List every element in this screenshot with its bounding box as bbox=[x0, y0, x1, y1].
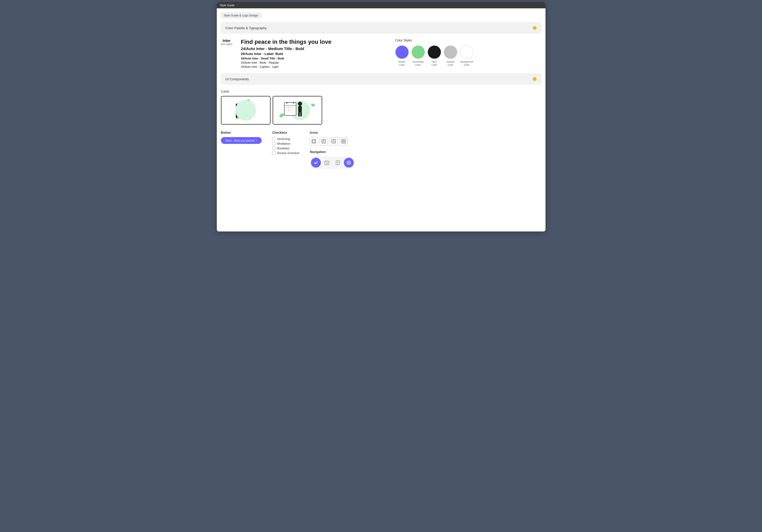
navigation-bar: 31 bbox=[310, 157, 355, 169]
nav-item-check[interactable] bbox=[311, 158, 321, 167]
color-styles-section: Color Styles ButtonColor SecondaryColor bbox=[395, 38, 541, 68]
svg-point-40 bbox=[343, 141, 344, 142]
ui-title: UI Components bbox=[225, 77, 249, 81]
svg-point-17 bbox=[286, 102, 287, 103]
svg-rect-29 bbox=[313, 140, 315, 142]
nav-item-calendar[interactable]: 31 bbox=[322, 158, 332, 167]
icon-2-svg bbox=[322, 139, 326, 143]
main-window: Style Guide Style Guide & Logo Design Co… bbox=[217, 2, 546, 232]
tab-bar: Style Guide & Logo Design bbox=[221, 13, 541, 18]
button-label: Button bbox=[221, 131, 262, 135]
button-group: Button Next - How you journal › bbox=[221, 131, 262, 144]
svg-point-52 bbox=[348, 163, 349, 163]
nav-calendar-icon: 31 bbox=[324, 160, 330, 165]
svg-point-11 bbox=[298, 101, 302, 106]
checkbox-text-breakfast: Breakfast bbox=[277, 147, 289, 150]
checkbox-meditation[interactable]: Meditation bbox=[272, 142, 299, 145]
checkbox-box-meditation[interactable] bbox=[272, 142, 275, 145]
titlebar: Style Guide bbox=[217, 2, 546, 8]
icons-row bbox=[310, 137, 355, 146]
swatch-label-button: ButtonColor bbox=[399, 60, 405, 66]
icon-box-2[interactable] bbox=[320, 137, 328, 146]
palette-icon: 🙂 bbox=[532, 26, 537, 30]
icon-box-3[interactable] bbox=[330, 137, 338, 146]
checkbox-stretching[interactable]: Stretching bbox=[272, 137, 299, 141]
swatch-label-secondary: SecondaryColor bbox=[413, 60, 424, 66]
swatch-circle-inactive bbox=[444, 45, 457, 59]
swatch-circle-button bbox=[395, 45, 409, 59]
checkbox-breakfast[interactable]: Breakfast bbox=[272, 147, 299, 150]
svg-rect-14 bbox=[300, 112, 302, 116]
svg-point-22 bbox=[292, 107, 293, 108]
svg-point-24 bbox=[288, 110, 289, 111]
next-button[interactable]: Next - How you journal › bbox=[221, 137, 262, 144]
navigation-label: Navigation bbox=[310, 150, 355, 154]
ui-section-header: UI Components 🙂 bbox=[221, 74, 541, 85]
checkbox-label: Checkbox bbox=[272, 131, 299, 135]
nav-check-icon bbox=[314, 160, 318, 165]
swatch-button: ButtonColor bbox=[395, 45, 409, 66]
tab-style-guide[interactable]: Style Guide & Logo Design bbox=[221, 13, 261, 18]
checkbox-text-review: Review Schedule bbox=[277, 152, 299, 155]
swatch-label-inactive: InactiveColor bbox=[446, 60, 454, 66]
svg-point-19 bbox=[286, 107, 287, 108]
svg-point-21 bbox=[290, 107, 291, 108]
type-samples: Find peace in the things you love 24/Aut… bbox=[241, 38, 387, 68]
svg-point-23 bbox=[286, 110, 287, 111]
swatch-label-text: TextColor bbox=[431, 60, 437, 66]
card-1-illustration bbox=[221, 97, 270, 124]
color-styles-title: Color Styles bbox=[395, 38, 412, 42]
card-2-svg bbox=[276, 97, 318, 123]
svg-rect-12 bbox=[298, 106, 302, 112]
checkbox-box-breakfast[interactable] bbox=[272, 147, 275, 150]
svg-rect-15 bbox=[284, 102, 296, 115]
icon-box-1[interactable] bbox=[310, 137, 318, 146]
type-style-2: 20/Auto Inter - Label- Bold bbox=[241, 52, 387, 56]
icon-box-4[interactable] bbox=[340, 137, 348, 146]
checkbox-group: Checkbox Stretching Meditation Breakfast bbox=[272, 131, 299, 155]
checkbox-box-stretching[interactable] bbox=[272, 137, 275, 141]
card-2 bbox=[272, 96, 322, 125]
svg-text:31: 31 bbox=[326, 163, 328, 165]
svg-point-25 bbox=[290, 110, 291, 111]
cards-label: Cards bbox=[221, 90, 541, 93]
window-title: Style Guide bbox=[220, 4, 235, 7]
bottom-controls: Button Next - How you journal › Checkbox… bbox=[221, 131, 541, 169]
swatch-circle-background bbox=[460, 45, 474, 59]
palette-section-header: Color Palette & Typography 🙂 bbox=[221, 23, 541, 33]
swatch-label-background: BackgorundColor bbox=[460, 60, 473, 66]
type-style-4: 16/Auto Inter - Body - Regular bbox=[241, 61, 387, 64]
color-swatches: ButtonColor SecondaryColor TextColor bbox=[395, 45, 474, 66]
typography-color-area: Inter text styles Find peace in the thin… bbox=[221, 38, 541, 68]
type-headline: Find peace in the things you love bbox=[241, 38, 387, 45]
font-label: Inter text styles bbox=[221, 38, 232, 68]
svg-point-20 bbox=[288, 107, 289, 108]
icon-3-svg bbox=[332, 139, 336, 143]
nav-journal-icon bbox=[336, 160, 340, 165]
checkbox-box-review[interactable] bbox=[272, 151, 275, 155]
svg-point-27 bbox=[310, 103, 315, 107]
type-style-5: 16/Auto Inter - Caption - Light bbox=[241, 65, 387, 68]
card-2-illustration bbox=[273, 97, 322, 124]
checkbox-text-meditation: Meditation bbox=[277, 142, 290, 145]
svg-point-26 bbox=[278, 113, 285, 118]
nav-item-target[interactable] bbox=[344, 158, 354, 167]
checkbox-review[interactable]: Review Schedule bbox=[272, 151, 299, 155]
swatch-background: BackgorundColor bbox=[460, 45, 474, 66]
icon-4-svg bbox=[342, 139, 345, 143]
nav-item-journal[interactable] bbox=[333, 158, 343, 167]
swatch-circle-secondary bbox=[412, 45, 425, 59]
swatch-circle-text bbox=[427, 45, 441, 59]
card-1-bg bbox=[235, 100, 256, 121]
swatch-text: TextColor bbox=[427, 45, 441, 66]
nav-target-icon bbox=[346, 160, 351, 165]
svg-point-18 bbox=[293, 102, 294, 103]
swatch-secondary: SecondaryColor bbox=[412, 45, 425, 66]
font-name: Inter bbox=[221, 38, 232, 43]
icons-label: Icons bbox=[310, 131, 355, 135]
palette-title: Color Palette & Typography bbox=[225, 26, 267, 30]
type-style-1: 24/Auto Inter - Medium Title - Bold bbox=[241, 46, 387, 51]
icons-group: Icons bbox=[310, 131, 355, 169]
ui-icon: 🙂 bbox=[532, 77, 537, 81]
card-1 bbox=[221, 96, 270, 125]
